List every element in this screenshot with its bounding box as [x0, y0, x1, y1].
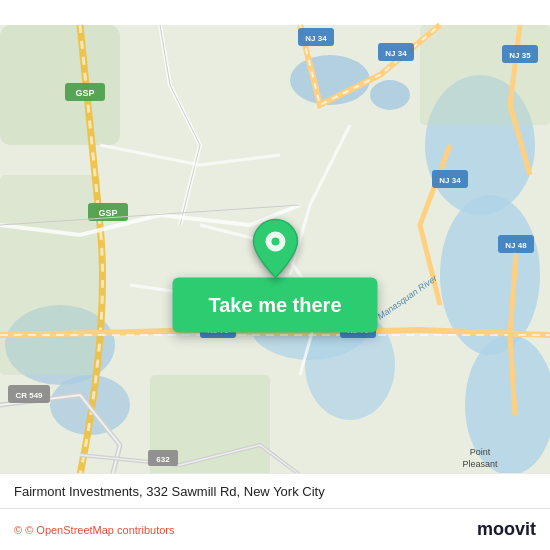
- svg-text:Point: Point: [470, 447, 491, 457]
- address-bar: Fairmont Investments, 332 Sawmill Rd, Ne…: [0, 473, 550, 508]
- attribution: © © OpenStreetMap contributors: [14, 524, 175, 536]
- moovit-logo: moovit: [477, 519, 536, 540]
- svg-text:NJ 34: NJ 34: [385, 49, 407, 58]
- svg-rect-11: [0, 175, 100, 375]
- svg-point-2: [370, 80, 410, 110]
- svg-text:Pleasant: Pleasant: [462, 459, 498, 469]
- svg-text:632: 632: [156, 455, 170, 464]
- map-pin-icon: [249, 218, 301, 280]
- svg-text:NJ 48: NJ 48: [505, 241, 527, 250]
- svg-point-40: [271, 238, 279, 246]
- address-text: Fairmont Investments, 332 Sawmill Rd, Ne…: [14, 484, 325, 499]
- moovit-label: moovit: [477, 519, 536, 540]
- svg-text:NJ 34: NJ 34: [305, 34, 327, 43]
- svg-text:NJ 34: NJ 34: [439, 176, 461, 185]
- cta-button-container: Take me there: [172, 218, 377, 333]
- attribution-text: © OpenStreetMap contributors: [25, 524, 174, 536]
- svg-text:GSP: GSP: [98, 208, 117, 218]
- svg-text:CR 549: CR 549: [15, 391, 43, 400]
- attribution-icon: ©: [14, 524, 22, 536]
- bottom-bar: © © OpenStreetMap contributors moovit: [0, 508, 550, 550]
- take-me-there-button[interactable]: Take me there: [172, 278, 377, 333]
- location-pin: [172, 218, 377, 280]
- svg-rect-13: [420, 25, 550, 125]
- map-container: GSP GSP NJ 34 NJ 34 NJ 35 NJ 34 NJ 70 NJ…: [0, 0, 550, 550]
- svg-text:NJ 35: NJ 35: [509, 51, 531, 60]
- svg-text:GSP: GSP: [75, 88, 94, 98]
